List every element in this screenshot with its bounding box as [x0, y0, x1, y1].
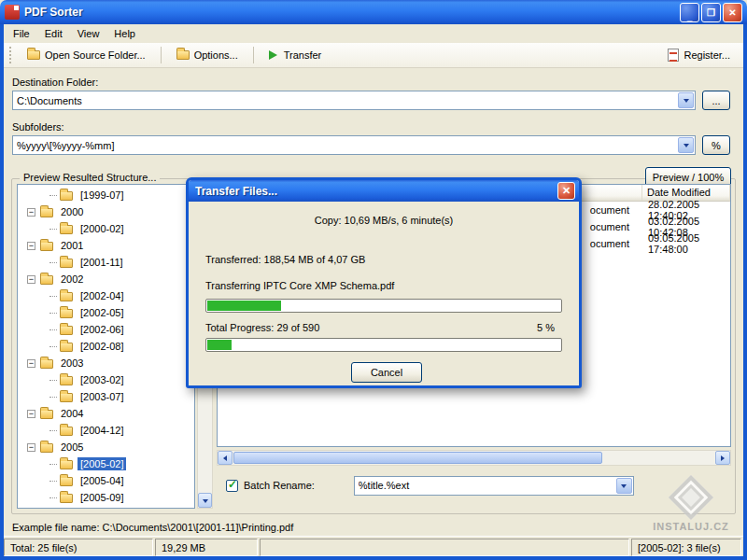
chevron-down-icon [621, 484, 627, 491]
file-list-horizontal-scrollbar[interactable] [217, 450, 731, 466]
tree-connector [49, 329, 57, 330]
tree-item-2001[interactable]: −2001 [18, 237, 194, 254]
collapse-icon[interactable]: − [27, 443, 35, 452]
folder-icon [60, 292, 73, 301]
destination-folder-input[interactable] [13, 95, 677, 106]
destination-folder-label: Destination Folder: [12, 77, 98, 88]
tree-item-2000-02[interactable]: [2000-02] [18, 220, 194, 237]
toolbar-grip[interactable] [9, 47, 12, 63]
tree-item-1999-07[interactable]: [1999-07] [18, 187, 194, 203]
folder-icon [60, 460, 73, 469]
open-source-folder-label: Open Source Folder... [45, 49, 146, 61]
open-source-folder-button[interactable]: Open Source Folder... [20, 46, 153, 64]
options-button[interactable]: Options... [169, 46, 246, 64]
subfolders-combo[interactable] [12, 135, 696, 155]
close-button[interactable]: ✕ [723, 3, 742, 22]
subfolders-label: Subfolders: [12, 121, 64, 133]
percent-variables-button[interactable]: % [702, 135, 730, 155]
tree-item-2002-04[interactable]: [2002-04] [18, 287, 194, 304]
menu-view[interactable]: View [70, 25, 107, 42]
tree-item-2001-11[interactable]: [2001-11] [18, 254, 194, 271]
minimize-button[interactable]: _ [680, 3, 699, 22]
tree-item-2002-06[interactable]: [2002-06] [18, 321, 194, 338]
transferred-text: Transferred: 188,54 MB of 4,07 GB [205, 254, 365, 265]
tree-item-2003-07[interactable]: [2003-07] [18, 388, 194, 405]
menu-file[interactable]: File [6, 25, 37, 42]
batch-rename-checkbox[interactable]: ✓ [226, 480, 238, 492]
scrollbar-thumb[interactable] [233, 452, 602, 464]
subfolders-dropdown-button[interactable] [678, 137, 694, 153]
tree-item-2003-02[interactable]: [2003-02] [18, 371, 194, 388]
tree-item-2003[interactable]: −2003 [18, 355, 194, 371]
subfolders-input[interactable] [13, 140, 677, 151]
open-folder-icon [27, 50, 40, 60]
menu-help[interactable]: Help [106, 25, 143, 42]
tree-item-2004-12[interactable]: [2004-12] [18, 422, 194, 439]
tree-connector [49, 346, 57, 347]
preview-group-label: Preview Resulted Structure... [20, 172, 160, 183]
register-label: Register... [684, 49, 730, 61]
tree-item-2005-02[interactable]: [2005-02] [18, 455, 194, 472]
tree-item-2005[interactable]: −2005 [18, 439, 194, 455]
tree-item-label: [2005-04] [78, 474, 126, 487]
tree-item-2000[interactable]: −2000 [18, 203, 194, 220]
tree-item-2005-09[interactable]: [2005-09] [18, 489, 194, 506]
folder-icon [60, 494, 73, 503]
dialog-title: Transfer Files... [192, 185, 557, 198]
file-date-modified: 09.05.2005 17:48:00 [642, 232, 730, 255]
folder-tree[interactable]: [1999-07]−2000[2000-02]−2001[2001-11]−20… [17, 184, 195, 509]
tree-item-label: [2002-08] [78, 340, 126, 353]
folder-icon [60, 309, 73, 318]
cancel-button[interactable]: Cancel [351, 362, 422, 383]
folder-icon [60, 477, 73, 486]
collapse-icon[interactable]: − [27, 242, 35, 250]
batch-rename-dropdown-button[interactable] [616, 478, 632, 494]
dialog-close-button[interactable]: ✕ [557, 182, 575, 200]
tree-item-2005-04[interactable]: [2005-04] [18, 472, 194, 489]
window-title: PDF Sorter [24, 6, 675, 19]
batch-rename-input[interactable] [355, 480, 615, 491]
transferring-file-text: Transferring IPTC Core XMP Schema.pdf [205, 280, 394, 291]
tree-connector [49, 430, 57, 431]
tree-item-label: 2004 [58, 407, 86, 420]
tree-connector [49, 497, 57, 498]
folder-icon [60, 393, 73, 402]
batch-rename-combo[interactable] [354, 476, 634, 496]
options-icon [176, 50, 190, 60]
tree-item-2002-08[interactable]: [2002-08] [18, 338, 194, 355]
destination-folder-combo[interactable] [12, 91, 696, 110]
tree-item-2002-05[interactable]: [2002-05] [18, 304, 194, 321]
pdf-sorter-window: PDF Sorter _ ❐ ✕ FileEditViewHelp Open S… [0, 0, 747, 560]
menu-edit[interactable]: Edit [37, 25, 70, 42]
tree-item-label: [2001-11] [78, 256, 126, 269]
dialog-title-bar[interactable]: Transfer Files... ✕ [189, 180, 579, 202]
destination-dropdown-button[interactable] [678, 92, 694, 108]
tree-item-label: 2005 [58, 441, 86, 454]
collapse-icon[interactable]: − [27, 359, 35, 368]
tree-item-2002[interactable]: −2002 [18, 271, 194, 287]
collapse-icon[interactable]: − [27, 275, 35, 284]
tree-item-label: 2002 [58, 273, 86, 286]
folder-icon [40, 242, 53, 251]
tree-item-label: [2000-02] [78, 222, 126, 235]
folder-icon [60, 259, 73, 268]
collapse-icon[interactable]: − [27, 410, 35, 418]
maximize-button[interactable]: ❐ [701, 3, 721, 22]
toolbar: Open Source Folder... Options... Transfe… [4, 43, 743, 68]
folder-icon [60, 343, 73, 352]
menu-bar: FileEditViewHelp [4, 24, 743, 43]
tree-item-2004[interactable]: −2004 [18, 405, 194, 422]
tree-item-label: 2000 [58, 205, 86, 218]
collapse-icon[interactable]: − [27, 208, 35, 217]
scroll-left-button[interactable] [218, 451, 233, 465]
scroll-right-button[interactable] [715, 451, 730, 465]
transfer-button[interactable]: Transfer [261, 46, 330, 64]
scroll-down-button[interactable] [198, 493, 212, 508]
folder-icon [60, 225, 73, 234]
batch-rename-label: Batch Rename: [244, 480, 315, 491]
title-bar[interactable]: PDF Sorter _ ❐ ✕ [0, 0, 747, 24]
register-button[interactable]: Register... [660, 45, 738, 65]
arrow-down-icon [203, 499, 208, 506]
options-label: Options... [194, 49, 238, 61]
browse-button[interactable]: ... [702, 91, 730, 110]
